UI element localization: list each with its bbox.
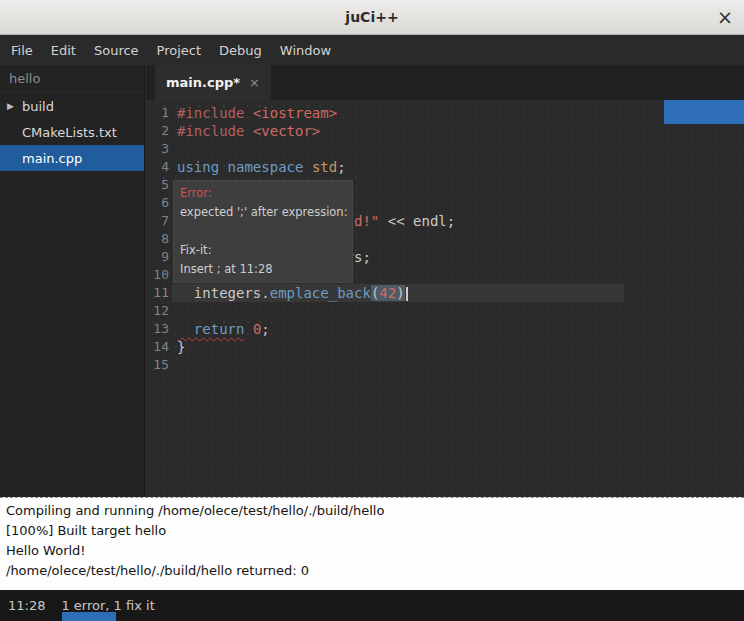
token-plain: ; [261,321,269,337]
file-tree: ▶buildCMakeLists.txtmain.cpp [0,93,144,171]
tree-item-build[interactable]: ▶build [0,93,144,119]
line-number: 9 [146,248,169,266]
tab-bar: main.cpp* × [146,65,744,100]
menu-bar: FileEditSourceProjectDebugWindow [0,35,744,65]
line-number: 4 [146,158,169,176]
code-text: #include <vector> [177,122,320,140]
token-str: <iostream> [253,105,337,121]
code-line-4[interactable]: 4using namespace std; [146,158,744,176]
cursor-position: 11:28 [8,598,45,613]
token-br: 42 [379,285,396,301]
line-number: 5 [146,176,169,194]
tree-item-label: main.cpp [22,151,82,166]
tree-item-cmakelists-txt[interactable]: CMakeLists.txt [0,119,144,145]
token-pre: #include [177,105,253,121]
token-pre: #include [177,123,253,139]
line-number: 14 [146,338,169,356]
line-number: 12 [146,302,169,320]
vertical-scrollbar-thumb[interactable] [664,100,744,124]
token-plain: ; [337,159,345,175]
code-text: return 0; [177,320,270,338]
code-text: using namespace std; [177,158,346,176]
menu-file[interactable]: File [2,36,42,65]
code-line-15[interactable]: 15 [146,356,744,374]
token-plain: integers. [177,285,270,301]
title-bar: juCi++ × [0,0,744,35]
line-number: 11 [146,284,169,302]
fixit-label: Fix-it: [180,241,346,260]
line-number: 1 [146,104,169,122]
token-ns: std [312,159,337,175]
line-number: 7 [146,212,169,230]
menu-window[interactable]: Window [271,36,340,65]
code-text: } [177,338,185,356]
token-str: <vector> [253,123,320,139]
line-number: 3 [146,140,169,158]
tab-main-cpp[interactable]: main.cpp* × [155,65,271,100]
menu-source[interactable]: Source [85,36,148,65]
token-kw: using namespace [177,159,303,175]
code-text: #include <iostream> [177,104,337,122]
code-editor[interactable]: 1#include <iostream>2#include <vector>34… [146,100,744,497]
code-line-3[interactable]: 3 [146,140,744,158]
close-icon[interactable]: × [717,8,733,27]
code-line-2[interactable]: 2#include <vector> [146,122,744,140]
menu-edit[interactable]: Edit [42,36,85,65]
project-name: hello [0,65,144,93]
error-text: expected ';' after expression: [180,203,346,222]
line-number: 8 [146,230,169,248]
output-line: /home/olece/test/hello/./build/hello ret… [6,561,738,581]
diagnostics-summary: 1 error, 1 fix it [61,598,154,613]
output-line: [100%] Built target hello [6,521,738,541]
output-line: Hello World! [6,541,738,561]
file-tree-panel: hello ▶buildCMakeLists.txtmain.cpp [0,65,145,497]
text-cursor [406,287,408,301]
tree-item-main-cpp[interactable]: main.cpp [0,145,144,171]
token-plain [303,159,311,175]
token-plain [244,321,252,337]
tree-item-label: CMakeLists.txt [22,125,117,140]
line-number: 15 [146,356,169,374]
fixit-text: Insert ; at 11:28 [180,260,346,279]
token-br: ) [396,285,404,301]
token-plain: << endl; [379,213,455,229]
diagnostic-tooltip: Error: expected ';' after expression: Fi… [173,180,353,283]
window-title: juCi++ [345,9,398,25]
error-label: Error: [180,184,346,203]
token-kw: return [177,321,244,337]
output-line: Compiling and running /home/olece/test/h… [6,501,738,521]
horizontal-scrollbar-thumb[interactable] [62,612,116,621]
menu-project[interactable]: Project [148,36,210,65]
code-line-1[interactable]: 1#include <iostream> [146,104,744,122]
tab-close-icon[interactable]: × [249,75,260,90]
code-line-11[interactable]: 11 integers.emplace_back(42) [146,284,744,302]
line-number: 6 [146,194,169,212]
tooltip-gap [180,222,346,241]
code-line-12[interactable]: 12 [146,302,744,320]
code-line-13[interactable]: 13 return 0; [146,320,744,338]
line-number: 13 [146,320,169,338]
code-line-14[interactable]: 14} [146,338,744,356]
token-fn: emplace_back [270,285,371,301]
menu-debug[interactable]: Debug [210,36,271,65]
tree-item-label: build [22,99,54,114]
line-number: 10 [146,266,169,284]
line-number: 2 [146,122,169,140]
token-plain: } [177,339,185,355]
tab-label: main.cpp* [166,75,240,90]
expander-icon[interactable]: ▶ [7,101,14,111]
code-text: integers.emplace_back(42) [177,284,408,302]
output-panel: Compiling and running /home/olece/test/h… [0,497,744,590]
